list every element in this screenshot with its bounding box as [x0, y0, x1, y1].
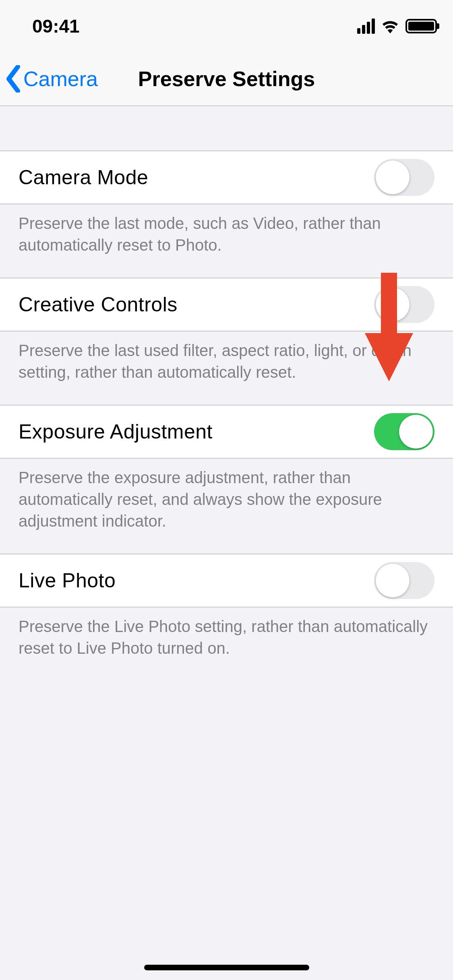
wifi-icon: [381, 19, 400, 34]
row-camera-mode[interactable]: Camera Mode: [0, 150, 453, 204]
row-footer: Preserve the last mode, such as Video, r…: [0, 204, 453, 278]
row-label: Live Photo: [19, 569, 116, 592]
row-label: Camera Mode: [19, 166, 148, 189]
row-live-photo[interactable]: Live Photo: [0, 554, 453, 607]
row-footer: Preserve the last used filter, aspect ra…: [0, 331, 453, 405]
battery-icon: [405, 19, 437, 33]
switch-creative-controls[interactable]: [374, 286, 434, 323]
row-label: Creative Controls: [19, 293, 178, 316]
switch-camera-mode[interactable]: [374, 159, 434, 196]
switch-live-photo[interactable]: [374, 562, 434, 599]
section-spacer: [0, 106, 453, 150]
status-indicators: [357, 19, 437, 34]
row-footer: Preserve the exposure adjustment, rather…: [0, 459, 453, 554]
home-indicator[interactable]: [144, 965, 309, 970]
row-label: Exposure Adjustment: [19, 420, 213, 443]
switch-exposure-adjustment[interactable]: [374, 413, 434, 450]
row-exposure-adjustment[interactable]: Exposure Adjustment: [0, 405, 453, 459]
page-title: Preserve Settings: [0, 67, 453, 91]
cellular-icon: [357, 19, 375, 34]
status-time: 09:41: [32, 15, 80, 37]
row-creative-controls[interactable]: Creative Controls: [0, 278, 453, 331]
row-footer: Preserve the Live Photo setting, rather …: [0, 607, 453, 681]
nav-bar: Camera Preserve Settings: [0, 52, 453, 106]
status-bar: 09:41: [0, 0, 453, 52]
